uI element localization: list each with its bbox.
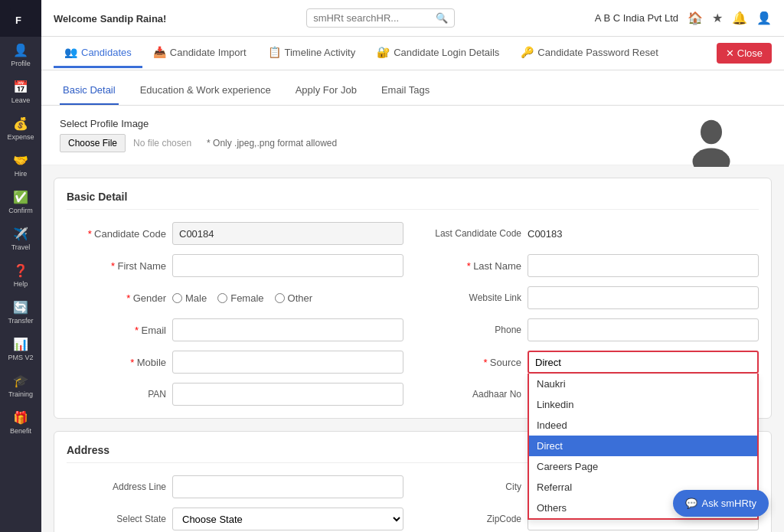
main-area: Welcome Sandip Raina! 🔍 A B C India Pvt … xyxy=(41,0,784,532)
sidebar-item-transfer[interactable]: 🔄 Transfer xyxy=(0,294,41,331)
tab-candidate-import[interactable]: 📥 Candidate Import xyxy=(142,38,257,68)
travel-icon: ✈️ xyxy=(13,227,28,241)
state-select[interactable]: Choose State xyxy=(172,508,403,530)
aadhaar-label: Aadhaar No xyxy=(422,389,521,400)
tab-candidate-login[interactable]: 🔐 Candidate Login Details xyxy=(366,38,510,68)
close-button[interactable]: ✕ Close xyxy=(717,43,772,64)
star-icon[interactable]: ★ xyxy=(712,11,723,25)
last-name-input[interactable] xyxy=(528,254,759,277)
address-line-input[interactable] xyxy=(172,475,403,498)
choose-file-button[interactable]: Choose File xyxy=(60,134,126,152)
help-icon: ❓ xyxy=(13,263,28,278)
tab-candidates[interactable]: 👥 Candidates xyxy=(54,38,142,68)
email-input[interactable] xyxy=(172,318,403,341)
chat-icon: 💬 xyxy=(685,498,697,509)
search-input[interactable] xyxy=(313,12,436,24)
password-icon: 🔑 xyxy=(521,46,534,58)
sidebar-item-expense[interactable]: 💰 Expense xyxy=(0,110,41,147)
sidebar-item-hire[interactable]: 🤝 Hire xyxy=(0,147,41,184)
first-name-input[interactable] xyxy=(172,254,403,277)
sub-tab-education-work[interactable]: Education & Work experience xyxy=(137,78,274,105)
dropdown-linkedin[interactable]: Linkedin xyxy=(529,394,757,415)
sub-tab-email-tags[interactable]: Email Tags xyxy=(378,78,433,105)
sub-tab-basic-detail[interactable]: Basic Detail xyxy=(60,78,119,105)
profile-image-section: Select Profile Image Choose File No file… xyxy=(41,106,784,165)
tab-candidate-password[interactable]: 🔑 Candidate Password Reset xyxy=(510,38,669,68)
sidebar-item-pmsv2[interactable]: 📊 PMS V2 xyxy=(0,331,41,367)
phone-label: Phone xyxy=(422,325,521,335)
gender-other[interactable]: Other xyxy=(275,292,313,304)
dropdown-naukri[interactable]: Naukri xyxy=(529,374,757,394)
source-wrapper: Naukri Linkedin Indeed Direct Careers Pa… xyxy=(528,351,759,374)
gender-male-radio[interactable] xyxy=(172,293,182,303)
sidebar-item-travel[interactable]: ✈️ Travel xyxy=(0,220,41,257)
pan-input[interactable] xyxy=(172,383,403,406)
gender-male[interactable]: Male xyxy=(172,292,207,304)
tab-timeline-activity[interactable]: 📋 Timeline Activity xyxy=(257,38,367,68)
website-input[interactable] xyxy=(528,286,759,309)
sidebar-item-confirm[interactable]: ✅ Confirm xyxy=(0,184,41,220)
home-icon[interactable]: 🏠 xyxy=(688,11,703,25)
transfer-icon: 🔄 xyxy=(13,300,28,315)
first-name-label: * First Name xyxy=(67,260,166,272)
profile-icon: 👤 xyxy=(13,43,28,57)
phone-row: Phone xyxy=(422,318,759,341)
sidebar-item-training[interactable]: 🎓 Training xyxy=(0,367,41,404)
file-input-row: Choose File No file chosen * Only .jpeg,… xyxy=(60,134,337,152)
training-icon: 🎓 xyxy=(13,374,28,388)
basic-detail-section: Basic Detail * Candidate Code Last Candi… xyxy=(54,178,772,419)
gender-label: * Gender xyxy=(67,292,166,304)
sidebar-item-leave[interactable]: 📅 Leave xyxy=(0,73,41,110)
basic-detail-form: * Candidate Code Last Candidate Code C00… xyxy=(67,222,759,406)
last-candidate-code-label: Last Candidate Code xyxy=(422,228,521,239)
gender-row: * Gender Male Female Other xyxy=(67,286,403,309)
candidates-icon: 👥 xyxy=(64,46,77,58)
first-name-row: * First Name xyxy=(67,254,403,277)
svg-point-3 xyxy=(693,149,730,168)
gender-other-radio[interactable] xyxy=(275,293,285,303)
last-candidate-code-row: Last Candidate Code C00183 xyxy=(422,222,759,245)
notification-icon[interactable]: 🔔 xyxy=(732,11,747,25)
gender-female-radio[interactable] xyxy=(217,293,227,303)
sub-tab-apply-job[interactable]: Apply For Job xyxy=(292,78,360,105)
import-icon: 📥 xyxy=(153,46,166,58)
search-bar[interactable]: 🔍 xyxy=(306,8,455,28)
mobile-input[interactable] xyxy=(172,351,403,374)
app-logo: F xyxy=(0,0,41,37)
source-select-container: Naukri Linkedin Indeed Direct Careers Pa… xyxy=(528,351,759,374)
no-file-text: No file chosen xyxy=(133,138,191,149)
hire-icon: 🤝 xyxy=(13,153,28,168)
city-label: City xyxy=(422,481,521,492)
tab-bar: 👥 Candidates 📥 Candidate Import 📋 Timeli… xyxy=(41,37,784,70)
website-row: Website Link xyxy=(422,286,759,309)
avatar-placeholder xyxy=(684,113,738,169)
candidate-code-input[interactable] xyxy=(172,222,403,245)
sidebar-item-benefit[interactable]: 🎁 Benefit xyxy=(0,404,41,441)
source-label: * Source xyxy=(422,357,521,368)
dropdown-careers[interactable]: Careers Page xyxy=(529,456,757,477)
sidebar: F 👤 Profile 📅 Leave 💰 Expense 🤝 Hire ✅ C… xyxy=(0,0,41,532)
content-area: Basic Detail Education & Work experience… xyxy=(41,70,784,532)
dropdown-indeed[interactable]: Indeed xyxy=(529,415,757,436)
header-right: A B C India Pvt Ltd 🏠 ★ 🔔 👤 xyxy=(595,11,772,25)
phone-input[interactable] xyxy=(528,318,759,341)
source-select[interactable]: Naukri Linkedin Indeed Direct Careers Pa… xyxy=(528,351,759,374)
header-icons: 🏠 ★ 🔔 👤 xyxy=(688,11,772,25)
source-row: * Source Naukri Linkedin Indeed Direct C… xyxy=(422,351,759,374)
last-name-label: * Last Name xyxy=(422,260,521,272)
chat-button[interactable]: 💬 Ask smHRty xyxy=(673,490,769,517)
mobile-label: * Mobile xyxy=(67,357,166,368)
format-note: * Only .jpeg,.png format allowed xyxy=(207,138,337,149)
search-icon: 🔍 xyxy=(436,12,448,24)
user-icon[interactable]: 👤 xyxy=(756,11,772,25)
gender-female[interactable]: Female xyxy=(217,292,263,304)
email-label: * Email xyxy=(67,325,166,336)
sidebar-item-profile[interactable]: 👤 Profile xyxy=(0,37,41,73)
sub-tabs: Basic Detail Education & Work experience… xyxy=(41,70,784,106)
confirm-icon: ✅ xyxy=(13,190,28,204)
last-name-row: * Last Name xyxy=(422,254,759,277)
last-candidate-code-value: C00183 xyxy=(528,228,759,240)
dropdown-direct[interactable]: Direct xyxy=(529,436,757,456)
sidebar-item-help[interactable]: ❓ Help xyxy=(0,257,41,294)
leave-icon: 📅 xyxy=(13,80,28,94)
